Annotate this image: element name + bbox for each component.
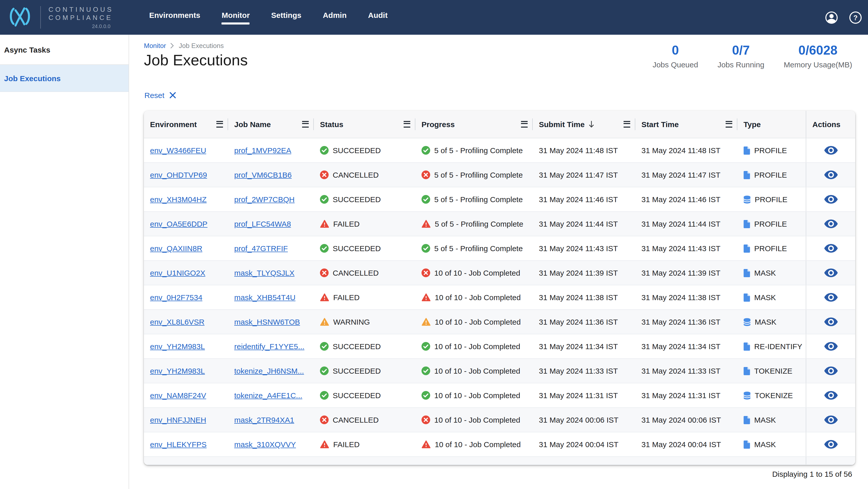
status-cell: FAILED [314, 440, 415, 449]
sidebar-item-async-tasks[interactable]: Async Tasks [0, 35, 129, 65]
view-execution-button[interactable] [824, 219, 838, 228]
environment-link[interactable]: env_XH3M04HZ [150, 195, 207, 204]
view-execution-button[interactable] [824, 171, 838, 179]
progress-header-label[interactable]: Progress [422, 120, 455, 129]
environment-link[interactable]: env_W3466FEU [150, 146, 206, 155]
nav-item-audit-label[interactable]: Audit [368, 10, 388, 19]
view-execution-button[interactable] [824, 391, 838, 400]
start-time-header-label[interactable]: Start Time [642, 120, 679, 129]
user-profile-icon[interactable] [825, 11, 838, 24]
submit-time-column-menu-icon[interactable] [624, 121, 630, 128]
job-name-link[interactable]: mask_2TR94XA1 [234, 416, 294, 424]
status-cell: SUCCEEDED [314, 195, 415, 204]
type-cell: RE-IDENTIFY [737, 342, 806, 351]
type-cell: PROFILE [737, 219, 806, 228]
nav-item-admin-label[interactable]: Admin [323, 10, 346, 19]
job-name-link[interactable]: tokenize_A4FE1C... [234, 391, 302, 400]
submit-time-value: 31 May 2024 11:39 IST [539, 269, 618, 277]
job-name-cell: mask_2TR94XA1 [228, 416, 314, 424]
environment-column-menu-icon[interactable] [216, 121, 223, 128]
submit-time-cell: 31 May 2024 00:06 IST [533, 416, 635, 424]
job-name-column-menu-icon[interactable] [302, 121, 309, 128]
job-name-link[interactable]: prof_47GTRFIF [234, 244, 288, 253]
environment-link[interactable]: env_OA5E6DDP [150, 219, 208, 228]
nav-item-admin[interactable]: Admin [323, 10, 346, 24]
job-name-link[interactable]: prof_LFC54WA8 [234, 219, 291, 228]
start-time-value: 31 May 2024 00:04 IST [642, 440, 721, 449]
jobs-queued-value: 0 [672, 43, 679, 57]
job-name-link[interactable]: reidentify_F1YYE5... [234, 342, 304, 351]
nav-item-monitor[interactable]: Monitor [222, 10, 250, 24]
view-execution-button[interactable] [824, 366, 838, 375]
breadcrumb-monitor-link[interactable]: Monitor [144, 42, 166, 50]
start-time-value: 31 May 2024 11:47 IST [642, 171, 720, 179]
environment-link[interactable]: env_HLEKYFPS [150, 440, 207, 449]
type-icon [743, 367, 750, 375]
actions-cell [806, 163, 855, 187]
view-execution-button[interactable] [824, 440, 838, 449]
environment-link[interactable]: env_OHDTVP69 [150, 171, 207, 179]
progress-cell: 5 of 5 - Profiling Complete [415, 219, 533, 228]
progress-column-menu-icon[interactable] [521, 121, 528, 128]
nav-item-audit[interactable]: Audit [368, 10, 388, 24]
reset-label[interactable]: Reset [145, 91, 164, 99]
progress-icon [422, 269, 430, 277]
job-name-link[interactable]: mask_TLYQSJLX [234, 269, 294, 277]
type-label: MASK [754, 416, 776, 424]
chevron-right-icon [171, 43, 174, 49]
view-execution-button[interactable] [824, 195, 838, 204]
job-name-link[interactable]: mask_HSNW6TOB [234, 317, 300, 326]
start-time-column-menu-icon[interactable] [725, 121, 732, 128]
sort-descending-icon[interactable] [588, 120, 594, 128]
status-header-label[interactable]: Status [320, 120, 343, 129]
environment-link[interactable]: env_HNFJJNEH [150, 416, 206, 424]
status-icon [320, 317, 329, 326]
close-icon[interactable] [169, 92, 176, 98]
job-name-link[interactable]: prof_2WP7CBQH [234, 195, 295, 204]
environment-link[interactable]: env_YH2M983L [150, 342, 205, 351]
environment-header-label[interactable]: Environment [150, 120, 197, 129]
start-time-cell: 31 May 2024 11:48 IST [635, 146, 737, 155]
job-name-cell: prof_1MVP92EA [228, 146, 314, 155]
reset-filters-button[interactable]: Reset [145, 91, 176, 99]
nav-item-settings[interactable]: Settings [271, 10, 301, 24]
environment-link[interactable]: env_XL8L6VSR [150, 317, 205, 326]
nav-item-monitor-label[interactable]: Monitor [222, 10, 250, 19]
view-execution-button[interactable] [824, 416, 838, 424]
job-name-link[interactable]: mask_310XQVVY [234, 440, 296, 449]
view-execution-button[interactable] [824, 317, 838, 326]
job-name-link[interactable]: prof_1MVP92EA [234, 146, 291, 155]
status-icon [320, 244, 329, 253]
sidebar-item-job-executions[interactable]: Job Executions [0, 65, 129, 92]
job-name-header-label[interactable]: Job Name [234, 120, 271, 129]
table-row-partial [144, 457, 855, 465]
job-executions-table: Environment Job Name Status Progress Sub… [144, 111, 855, 465]
status-cell: SUCCEEDED [314, 366, 415, 375]
job-name-cell: tokenize_A4FE1C... [228, 391, 314, 400]
view-execution-button[interactable] [824, 293, 838, 302]
view-execution-button[interactable] [824, 244, 838, 253]
type-icon [743, 269, 750, 277]
help-icon[interactable]: ? [849, 11, 862, 24]
job-name-link[interactable]: tokenize_JH6NSM... [234, 366, 304, 375]
view-execution-button[interactable] [824, 342, 838, 351]
actions-cell [806, 261, 855, 285]
environment-link[interactable]: env_NAM8F24V [150, 391, 206, 400]
environment-link[interactable]: env_0H2F7534 [150, 293, 202, 302]
nav-item-environments[interactable]: Environments [149, 10, 200, 24]
environment-link[interactable]: env_QAXIIN8R [150, 244, 202, 253]
active-tab-underline [222, 22, 250, 24]
nav-item-environments-label[interactable]: Environments [149, 10, 200, 19]
environment-link[interactable]: env_YH2M983L [150, 366, 205, 375]
nav-item-settings-label[interactable]: Settings [271, 10, 301, 19]
view-execution-button[interactable] [824, 269, 838, 277]
environment-link[interactable]: env_U1NIGO2X [150, 269, 206, 277]
type-icon [743, 293, 750, 301]
submit-time-value: 31 May 2024 11:43 IST [539, 244, 618, 253]
view-execution-button[interactable] [824, 146, 838, 155]
job-name-link[interactable]: mask_XHB54T4U [234, 293, 296, 302]
job-name-link[interactable]: prof_VM6CB1B6 [234, 171, 291, 179]
submit-time-header-label[interactable]: Submit Time [539, 120, 585, 129]
status-column-menu-icon[interactable] [404, 121, 410, 128]
top-navbar: CONTINUOUS COMPLIANCE 24.0.0.0 Environme… [0, 0, 868, 35]
